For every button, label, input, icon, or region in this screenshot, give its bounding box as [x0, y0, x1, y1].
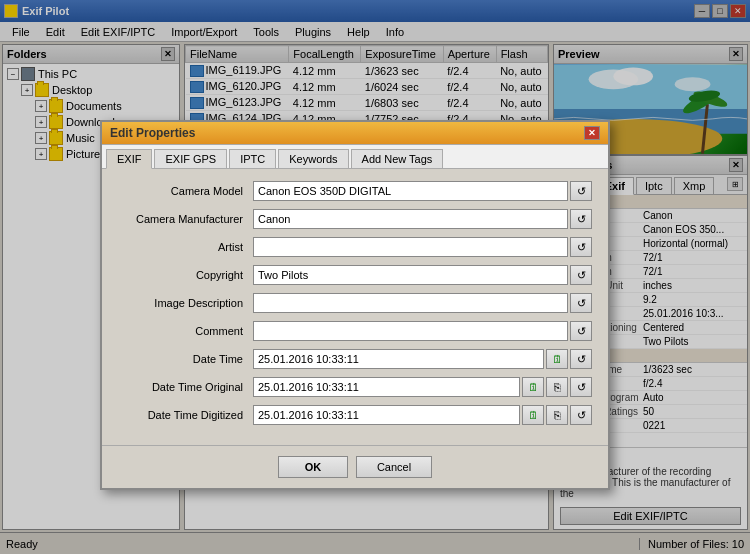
reset-artist[interactable]: ↺: [570, 237, 592, 257]
form-row-datetime-original: Date Time Original 🗓 ⎘ ↺: [118, 377, 592, 397]
copy-datetime-digitized[interactable]: ⎘: [546, 405, 568, 425]
form-row-camera-manufacturer: Camera Manufacturer ↺: [118, 209, 592, 229]
input-copyright[interactable]: [253, 265, 568, 285]
form-row-artist: Artist ↺: [118, 237, 592, 257]
reset-comment[interactable]: ↺: [570, 321, 592, 341]
input-datetime-original[interactable]: [253, 377, 520, 397]
form-row-image-description: Image Description ↺: [118, 293, 592, 313]
input-datetime[interactable]: [253, 349, 544, 369]
modal-overlay: Edit Properties ✕ EXIF EXIF GPS IPTC Key…: [0, 0, 750, 554]
form-row-comment: Comment ↺: [118, 321, 592, 341]
reset-camera-model[interactable]: ↺: [570, 181, 592, 201]
input-datetime-digitized[interactable]: [253, 405, 520, 425]
label-datetime: Date Time: [118, 353, 253, 365]
dialog-footer: OK Cancel: [102, 445, 608, 488]
reset-datetime[interactable]: ↺: [570, 349, 592, 369]
input-comment[interactable]: [253, 321, 568, 341]
calendar-datetime[interactable]: 🗓: [546, 349, 568, 369]
dialog-tabs: EXIF EXIF GPS IPTC Keywords Add New Tags: [102, 145, 608, 169]
reset-copyright[interactable]: ↺: [570, 265, 592, 285]
dialog-content: Camera Model ↺ Camera Manufacturer ↺ Art…: [102, 169, 608, 445]
reset-datetime-digitized[interactable]: ↺: [570, 405, 592, 425]
input-artist[interactable]: [253, 237, 568, 257]
label-image-description: Image Description: [118, 297, 253, 309]
form-row-camera-model: Camera Model ↺: [118, 181, 592, 201]
calendar-datetime-digitized[interactable]: 🗓: [522, 405, 544, 425]
reset-camera-manufacturer[interactable]: ↺: [570, 209, 592, 229]
dialog-title-text: Edit Properties: [110, 126, 195, 140]
edit-properties-dialog: Edit Properties ✕ EXIF EXIF GPS IPTC Key…: [100, 120, 610, 490]
input-image-description[interactable]: [253, 293, 568, 313]
dialog-tab-iptc[interactable]: IPTC: [229, 149, 276, 168]
copy-datetime-original[interactable]: ⎘: [546, 377, 568, 397]
dialog-tab-addnewtags[interactable]: Add New Tags: [351, 149, 444, 168]
label-copyright: Copyright: [118, 269, 253, 281]
calendar-datetime-original[interactable]: 🗓: [522, 377, 544, 397]
ok-button[interactable]: OK: [278, 456, 348, 478]
dialog-close-button[interactable]: ✕: [584, 126, 600, 140]
input-camera-model[interactable]: [253, 181, 568, 201]
form-row-copyright: Copyright ↺: [118, 265, 592, 285]
reset-image-description[interactable]: ↺: [570, 293, 592, 313]
label-camera-manufacturer: Camera Manufacturer: [118, 213, 253, 225]
form-row-datetime: Date Time 🗓 ↺: [118, 349, 592, 369]
reset-datetime-original[interactable]: ↺: [570, 377, 592, 397]
cancel-button[interactable]: Cancel: [356, 456, 432, 478]
dialog-tab-keywords[interactable]: Keywords: [278, 149, 348, 168]
dialog-title-bar: Edit Properties ✕: [102, 122, 608, 145]
form-row-datetime-digitized: Date Time Digitized 🗓 ⎘ ↺: [118, 405, 592, 425]
dialog-tab-exif[interactable]: EXIF: [106, 149, 152, 169]
label-comment: Comment: [118, 325, 253, 337]
label-artist: Artist: [118, 241, 253, 253]
dialog-tab-exifgps[interactable]: EXIF GPS: [154, 149, 227, 168]
label-datetime-digitized: Date Time Digitized: [118, 409, 253, 421]
label-camera-model: Camera Model: [118, 185, 253, 197]
input-camera-manufacturer[interactable]: [253, 209, 568, 229]
label-datetime-original: Date Time Original: [118, 381, 253, 393]
